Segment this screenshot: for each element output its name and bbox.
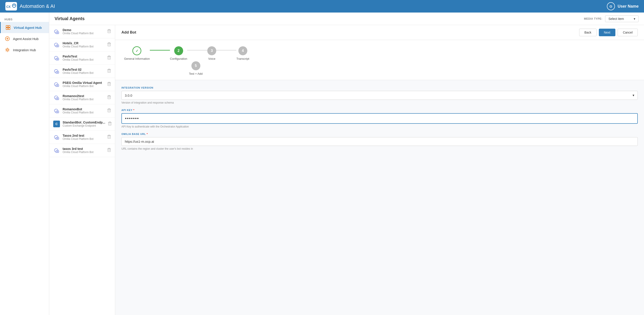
svg-rect-4 [6, 28, 8, 30]
svg-rect-22 [108, 56, 110, 56]
bot-list-item[interactable]: Romanov2test Omilia Cloud Platform Bot [49, 91, 115, 104]
bot-list-item[interactable]: PavloTest Omilia Cloud Platform Bot [49, 52, 115, 65]
step-1-circle: ✓ [132, 46, 141, 55]
svg-rect-35 [108, 83, 110, 86]
bot-info: PavloTest Omilia Cloud Platform Bot [62, 55, 105, 61]
bot-name: PSEG Omilia Virtual Agent [62, 81, 105, 85]
sidebar-item-label-virtual-agent-hub: Virtual Agent Hub [14, 26, 42, 30]
svg-rect-47 [108, 109, 110, 112]
svg-rect-41 [108, 96, 110, 99]
media-type-select[interactable]: Select item ▾ [605, 16, 639, 22]
svg-rect-46 [108, 108, 110, 109]
media-type-chevron-icon: ▾ [634, 17, 635, 21]
page-header: Virtual Agents MEDIA TYPE: Select item ▾ [49, 13, 644, 25]
bot-name: Romanov2test [62, 94, 105, 98]
sidebar-item-agent-assist-hub[interactable]: Agent Assist Hub [0, 33, 49, 44]
omilia-base-url-required-star: * [147, 133, 148, 135]
bot-cloud-icon [53, 94, 60, 101]
back-button[interactable]: Back [579, 29, 596, 36]
bot-type: Omilia Cloud Platform Bot [62, 137, 105, 141]
app-header: CX Automation & AI O User Name [0, 0, 644, 13]
bot-list-item[interactable]: RomanovBot Omilia Cloud Platform Bot [49, 104, 115, 117]
bot-list-item[interactable]: Hotels_CR Omilia Cloud Platform Bot [49, 38, 115, 52]
bot-delete-button[interactable] [107, 108, 111, 113]
bot-delete-button[interactable] [107, 95, 111, 100]
svg-rect-16 [108, 42, 110, 43]
sidebar: Hubs Virtual Agent Hub Agent Assist Hub … [0, 13, 49, 315]
media-type-value: Select item [608, 17, 624, 21]
bot-info: StandardBot_CustomEndp... Custom Exchang… [62, 121, 105, 127]
svg-rect-58 [108, 136, 110, 138]
bot-list-item[interactable]: Demo Omilia Cloud Platform Bot [49, 25, 115, 38]
bot-delete-button[interactable] [107, 42, 111, 47]
bot-type: Omilia Cloud Platform Bot [62, 98, 105, 101]
bot-delete-button[interactable] [107, 135, 111, 140]
bot-type: Omilia Cloud Platform Bot [62, 151, 105, 154]
header-buttons: Back Next Cancel [579, 29, 638, 36]
sidebar-item-label-agent-assist-hub: Agent Assist Hub [13, 37, 38, 41]
user-name: User Name [618, 4, 639, 9]
add-bot-title: Add Bot [122, 30, 136, 35]
sidebar-item-label-integration-hub: Integration Hub [13, 48, 36, 52]
steps-container: ✓ General Information 2 Configuration 3 [115, 40, 644, 80]
bot-cloud-icon [53, 68, 60, 75]
bot-name: Demo [62, 28, 105, 32]
bot-name: tasos 3rd test [62, 147, 105, 151]
svg-rect-34 [108, 82, 110, 83]
bot-delete-button[interactable] [107, 82, 111, 87]
omilia-base-url-hint: URL contains the region and cluster the … [122, 147, 638, 150]
omilia-base-url-input[interactable] [122, 137, 638, 146]
bot-cloud-icon [53, 55, 60, 61]
bot-info: tasos 3rd test Omilia Cloud Platform Bot [62, 147, 105, 154]
cancel-button[interactable]: Cancel [618, 29, 638, 36]
bot-type: Omilia Cloud Platform Bot [62, 32, 105, 35]
bot-list-item[interactable]: PSEG Omilia Virtual Agent Omilia Cloud P… [49, 78, 115, 91]
sidebar-item-virtual-agent-hub[interactable]: Virtual Agent Hub [0, 22, 49, 33]
bot-cloud-icon [53, 81, 60, 88]
main-content: Virtual Agents MEDIA TYPE: Select item ▾… [49, 13, 644, 315]
integration-version-chevron-icon: ▾ [632, 93, 634, 97]
step-4-label: Transcript [236, 57, 249, 60]
bot-info: RomanovBot Omilia Cloud Platform Bot [62, 107, 105, 114]
connector-2-3 [187, 50, 207, 51]
bot-name: Tasos 2nd test [62, 134, 105, 137]
svg-rect-23 [108, 57, 110, 59]
app-title: Automation & AI [20, 3, 55, 9]
omilia-base-url-label: OMILIA BASE URL * [122, 133, 638, 135]
bot-cloud-icon [53, 28, 60, 35]
svg-rect-5 [8, 28, 10, 30]
bot-list-item[interactable]: C StandardBot_CustomEndp... Custom Excha… [49, 117, 115, 131]
bot-name: PavloTest 02 [62, 68, 105, 71]
bot-info: Hotels_CR Omilia Cloud Platform Bot [62, 41, 105, 48]
integration-version-section: INTEGRATION VERSION 3.0.0 ▾ Version of i… [122, 86, 638, 104]
bot-list-item[interactable]: PavloTest 02 Omilia Cloud Platform Bot [49, 65, 115, 78]
two-panel: Demo Omilia Cloud Platform Bot Hotels_CR… [49, 25, 644, 315]
bot-delete-button[interactable] [107, 69, 111, 74]
integration-version-dropdown[interactable]: 3.0.0 ▾ [122, 91, 638, 100]
step-3-circle: 3 [207, 46, 216, 55]
bot-info: PavloTest 02 Omilia Cloud Platform Bot [62, 68, 105, 75]
api-key-input[interactable] [122, 113, 638, 124]
bot-delete-button[interactable] [107, 148, 111, 153]
svg-rect-40 [108, 95, 110, 96]
right-panel: Add Bot Back Next Cancel ✓ General Infor… [115, 25, 644, 315]
integration-version-value: 3.0.0 [125, 94, 132, 97]
bot-list-item[interactable]: tasos 3rd test Omilia Cloud Platform Bot [49, 144, 115, 157]
api-key-section: API KEY * API Key to authenticate with t… [122, 109, 638, 128]
bot-delete-button[interactable] [107, 29, 111, 34]
bot-delete-button[interactable] [107, 56, 111, 60]
api-key-label: API KEY * [122, 109, 638, 111]
bot-delete-button[interactable] [108, 122, 112, 126]
integration-version-label: INTEGRATION VERSION [122, 86, 638, 89]
logo-icon: CX [5, 2, 17, 11]
bot-type: Omilia Cloud Platform Bot [62, 85, 105, 88]
user-avatar: O [607, 2, 615, 10]
virtual-agent-hub-icon [5, 25, 11, 31]
bot-list-panel: Demo Omilia Cloud Platform Bot Hotels_CR… [49, 25, 115, 315]
next-button[interactable]: Next [599, 29, 616, 36]
bot-list-item[interactable]: Tasos 2nd test Omilia Cloud Platform Bot [49, 131, 115, 144]
api-key-required-star: * [133, 109, 134, 111]
svg-rect-2 [6, 26, 8, 27]
bot-custom-icon: C [53, 121, 60, 127]
sidebar-item-integration-hub[interactable]: Integration Hub [0, 44, 49, 56]
